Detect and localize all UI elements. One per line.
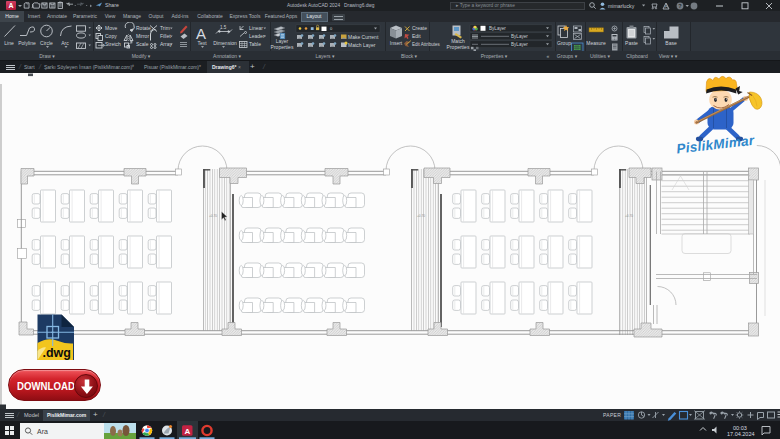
svg-text:ByLayer: ByLayer <box>511 42 528 47</box>
svg-text:00:03: 00:03 <box>733 425 747 431</box>
svg-text:+0.70: +0.70 <box>209 214 217 218</box>
svg-text:ByLayer: ByLayer <box>511 34 528 39</box>
svg-text:1.5: 1.5 <box>220 25 227 30</box>
svg-text:A: A <box>184 427 190 436</box>
svg-text:mimarlucky: mimarlucky <box>608 3 635 9</box>
svg-text:ByLayer: ByLayer <box>489 26 506 31</box>
svg-text:Ara: Ara <box>37 428 48 435</box>
svg-text:.dwg: .dwg <box>43 346 71 360</box>
svg-text:+0.70: +0.70 <box>417 214 425 218</box>
svg-text:+0.70: +0.70 <box>625 214 633 218</box>
svg-text:17.04.2024: 17.04.2024 <box>727 431 755 437</box>
